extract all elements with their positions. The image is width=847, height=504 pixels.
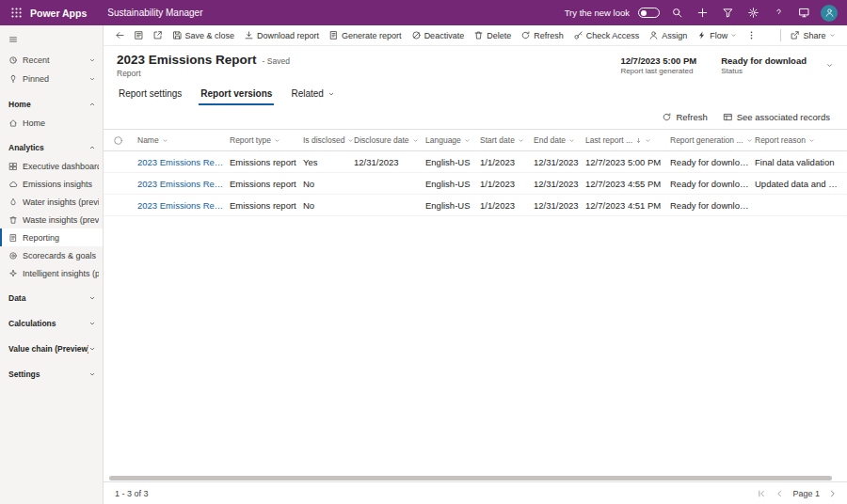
tab-label: Related	[291, 88, 323, 99]
sidebar-item-scorecards-goals[interactable]: Scorecards & goals	[0, 246, 103, 264]
table-header-row: NameReport typeIs disclosedDisclosure da…	[104, 130, 847, 151]
app-name[interactable]: Power Apps	[30, 8, 87, 19]
refresh-button[interactable]: Refresh	[656, 108, 712, 127]
sidebar-group-analytics[interactable]: Analytics	[0, 137, 103, 157]
deactivate-button[interactable]: Deactivate	[407, 27, 469, 44]
reporting-icon	[8, 233, 18, 243]
sidebar-group-calculations[interactable]: Calculations	[0, 313, 103, 333]
environment-name[interactable]: Sustainability Manager	[107, 8, 202, 18]
back-button[interactable]	[111, 27, 129, 44]
sidebar-item-emissions-insights[interactable]: Emissions insights	[0, 175, 103, 193]
column-header-report-generation[interactable]: Report generation ...	[670, 135, 755, 145]
delete-button[interactable]: Delete	[470, 27, 516, 44]
cell-report_reason: Updated data and added ...	[755, 179, 847, 189]
new-look-toggle[interactable]	[638, 8, 660, 18]
next-page-button[interactable]	[828, 489, 838, 498]
table-row[interactable]: 2023 Emissions ReportEmissions reportNoE…	[104, 195, 847, 216]
tab-report-versions[interactable]: Report versions	[199, 84, 274, 105]
group-label: Analytics	[8, 143, 88, 152]
sidebar-item-label: Intelligent insights (p...	[23, 269, 99, 278]
chevron-down-icon	[162, 137, 168, 144]
header-field-report-last-generated: 12/7/2023 5:00 PMReport last generated	[620, 55, 696, 75]
save-state: - Saved	[263, 56, 290, 66]
waffle-menu-button[interactable]	[6, 3, 26, 24]
cell-name[interactable]: 2023 Emissions Report	[137, 157, 230, 167]
sidebar-item-home[interactable]: Home	[0, 114, 103, 132]
header-field-label: Report last generated	[620, 67, 696, 75]
scrollbar-thumb[interactable]	[109, 476, 832, 480]
tab-related[interactable]: Related	[289, 84, 336, 105]
more-commands-button[interactable]	[743, 27, 760, 44]
cell-name[interactable]: 2023 Emissions Report	[137, 179, 230, 189]
pinned-icon	[8, 74, 18, 84]
column-header-name[interactable]: Name	[137, 135, 230, 145]
cell-name[interactable]: 2023 Emissions Report	[137, 200, 230, 211]
column-header-is-disclosed[interactable]: Is disclosed	[303, 135, 354, 145]
cell-is_disclosed: Yes	[303, 157, 354, 167]
toolbar-label: Refresh	[676, 112, 707, 122]
cell-end_date: 12/31/2023	[534, 157, 585, 167]
column-header-language[interactable]: Language	[425, 135, 480, 145]
sidebar-group-home[interactable]: Home	[0, 94, 103, 114]
open-record-button[interactable]	[149, 27, 167, 44]
chevron-down-icon	[730, 32, 737, 39]
horizontal-scrollbar[interactable]	[104, 474, 847, 481]
quick-create-button[interactable]	[694, 5, 711, 22]
sidebar-item-executive-dashboard[interactable]: Executive dashboard	[0, 157, 103, 175]
column-header-report-type[interactable]: Report type	[230, 135, 303, 145]
column-label: Name	[137, 135, 159, 145]
settings-button[interactable]	[744, 5, 761, 22]
table-row[interactable]: 2023 Emissions ReportEmissions reportNoE…	[104, 173, 847, 195]
column-header-disclosure-date[interactable]: Disclosure date	[354, 135, 425, 145]
support-button[interactable]	[795, 5, 812, 22]
help-button[interactable]	[770, 5, 787, 22]
column-header-start-date[interactable]: Start date	[480, 135, 534, 145]
topbar: Power Apps Sustainability Manager Try th…	[0, 0, 847, 25]
filter-button[interactable]	[719, 5, 736, 22]
flow-button[interactable]: Flow	[693, 27, 742, 44]
assign-button[interactable]: Assign	[645, 27, 692, 44]
more-vertical-icon	[746, 30, 757, 40]
cell-last_report: 12/7/2023 4:51 PM	[585, 200, 670, 211]
share-icon	[790, 30, 800, 40]
previous-page-button[interactable]	[775, 489, 784, 498]
cell-is_disclosed: No	[303, 200, 354, 211]
sidebar-recent[interactable]: Recent	[0, 51, 103, 70]
column-header-end-date[interactable]: End date	[534, 135, 585, 145]
list-view-button[interactable]	[130, 27, 148, 44]
header-expand-button[interactable]	[825, 61, 834, 70]
sort-descending-icon	[635, 137, 642, 144]
sidebar-pinned[interactable]: Pinned	[0, 70, 103, 88]
table-row[interactable]: 2023 Emissions ReportEmissions reportYes…	[104, 151, 847, 173]
column-header-report-reason[interactable]: Report reason	[755, 135, 847, 145]
save-close-button[interactable]: Save & close	[168, 27, 239, 44]
sidebar-item-reporting[interactable]: Reporting	[0, 228, 103, 246]
download-report-button[interactable]: Download report	[240, 27, 324, 44]
search-button[interactable]	[668, 5, 685, 22]
column-header-last-report[interactable]: Last report ...	[585, 135, 670, 145]
intelligent-insights-p-icon	[8, 269, 18, 278]
sidebar-item-waste-insights-previ[interactable]: Waste insights (previ...	[0, 211, 103, 228]
tab-report-settings[interactable]: Report settings	[117, 84, 184, 105]
sitemap-collapse-button[interactable]	[0, 28, 103, 51]
sidebar-group-value-chain-preview[interactable]: Value chain (Preview)	[0, 339, 103, 358]
sidebar-item-intelligent-insights-p[interactable]: Intelligent insights (p...	[0, 264, 103, 282]
form-tabs: Report settingsReport versionsRelated	[104, 84, 847, 105]
check-access-button[interactable]: Check Access	[568, 27, 644, 44]
chevron-down-icon	[829, 32, 836, 39]
first-page-button[interactable]	[757, 489, 766, 498]
share-button[interactable]: Share	[786, 27, 839, 44]
sidebar-item-water-insights-previ[interactable]: Water insights (previ...	[0, 193, 103, 211]
refresh-button[interactable]: Refresh	[517, 27, 568, 44]
generate-report-button[interactable]: Generate report	[325, 27, 407, 44]
divider	[780, 29, 781, 41]
check-access-icon	[573, 30, 583, 40]
app-shell: RecentPinnedHomeHomeAnalyticsExecutive d…	[0, 25, 847, 504]
select-all-checkbox[interactable]	[113, 135, 137, 146]
cell-report_generation: Ready for download	[670, 157, 755, 167]
group-label: Settings	[8, 370, 88, 379]
avatar[interactable]	[821, 5, 838, 22]
sidebar-group-data[interactable]: Data	[0, 288, 103, 307]
sidebar-group-settings[interactable]: Settings	[0, 364, 103, 384]
see-associated-records-button[interactable]: See associated records	[717, 108, 836, 127]
